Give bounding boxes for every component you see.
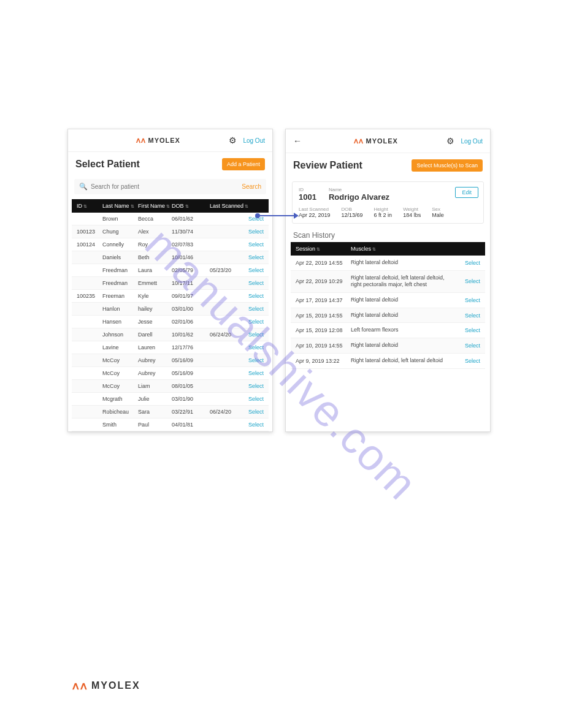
table-row: McgrathJulie03/01/90Select	[72, 393, 269, 406]
select-link[interactable]: Select	[248, 396, 264, 402]
select-link[interactable]: Select	[248, 357, 264, 363]
cell-dob: 02/07/83	[172, 241, 210, 248]
search-input[interactable]	[91, 183, 242, 190]
sort-icon: ⇅	[245, 204, 248, 209]
select-link[interactable]: Select	[248, 370, 264, 376]
cell-dob: 12/17/76	[172, 344, 210, 351]
select-link[interactable]: Select	[465, 358, 480, 364]
brand-glyph-icon: ᴧᴧ	[354, 137, 364, 145]
select-link[interactable]: Select	[248, 293, 264, 299]
cell-scanned: 05/23/20	[210, 267, 240, 273]
col-muscles[interactable]: Muscles⇅	[351, 246, 480, 252]
cell-last: Chung	[102, 229, 138, 235]
cell-first: Kyle	[138, 293, 172, 299]
cell-dob: 10/01/62	[172, 332, 210, 338]
select-link[interactable]: Select	[248, 229, 264, 235]
select-link[interactable]: Select	[248, 319, 264, 325]
table-row: JohnsonDarell10/01/6206/24/20Select	[72, 328, 269, 341]
cell-muscles: Right lateral deltoid	[351, 312, 457, 319]
page-title: Select Patient	[75, 159, 140, 170]
table-row: Apr 17, 2019 14:37Right lateral deltoidS…	[291, 293, 485, 308]
select-link[interactable]: Select	[248, 422, 264, 428]
patient-name: Rodrigo Alvarez	[329, 192, 389, 202]
select-muscles-button[interactable]: Select Muscle(s) to Scan	[412, 159, 483, 172]
weight-label: Weight	[403, 207, 421, 212]
cell-first: Emmett	[138, 280, 172, 286]
select-link[interactable]: Select	[248, 306, 264, 312]
patient-id: 1001	[299, 192, 316, 202]
cell-last: Lavine	[102, 344, 138, 351]
cell-dob: 02/05/79	[172, 267, 210, 273]
select-link[interactable]: Select	[248, 409, 264, 415]
cell-dob: 08/01/05	[172, 383, 210, 389]
select-link[interactable]: Select	[248, 267, 264, 273]
search-button[interactable]: Search	[242, 183, 261, 190]
logout-link[interactable]: Log Out	[243, 137, 265, 144]
cell-last: McCoy	[102, 383, 138, 389]
title-row: Select Patient Add a Patient	[68, 152, 272, 176]
select-link[interactable]: Select	[465, 327, 480, 333]
cell-first: Aubrey	[138, 370, 172, 376]
patient-info-card: Edit ID 1001 Name Rodrigo Alvarez Last S…	[292, 181, 484, 224]
col-session[interactable]: Session⇅	[296, 246, 351, 252]
cell-session: Apr 22, 2019 14:55	[296, 260, 351, 266]
cell-first: Sara	[138, 409, 172, 415]
cell-last: Smith	[102, 422, 138, 428]
add-patient-button[interactable]: Add a Patient	[222, 158, 265, 170]
select-link[interactable]: Select	[465, 313, 480, 319]
back-arrow-icon[interactable]: ←	[293, 136, 302, 146]
brand-glyph-icon: ᴧᴧ	[72, 679, 88, 692]
table-row: LavineLauren12/17/76Select	[72, 341, 269, 354]
cell-muscles: Right lateral deltoid	[351, 259, 457, 267]
cell-dob: 05/16/09	[172, 370, 210, 376]
gear-icon[interactable]: ⚙	[229, 135, 237, 145]
sort-icon: ⇅	[166, 204, 170, 209]
table-row: McCoyLiam08/01/05Select	[72, 380, 269, 393]
patients-table-header: ID⇅ Last Name⇅ First Name⇅ DOB⇅ Last Sca…	[72, 199, 269, 213]
patients-table-body: BrownBecca06/01/62Select100123ChungAlex1…	[72, 213, 269, 431]
cell-first: hailey	[138, 306, 172, 312]
table-row: 100123ChungAlex11/30/74Select	[72, 226, 269, 238]
select-link[interactable]: Select	[465, 260, 480, 266]
select-link[interactable]: Select	[465, 297, 480, 303]
edit-button[interactable]: Edit	[455, 187, 478, 198]
col-id[interactable]: ID⇅	[77, 203, 102, 209]
cell-first: Lauren	[138, 344, 172, 351]
col-scanned[interactable]: Last Scanned⇅	[210, 203, 264, 209]
select-link[interactable]: Select	[248, 241, 264, 248]
select-link[interactable]: Select	[465, 343, 480, 349]
brand-text: MYOLEX	[366, 137, 397, 145]
sort-icon: ⇅	[83, 204, 87, 209]
cell-muscles: Right lateral deltoid, left lateral delt…	[351, 357, 457, 365]
table-row: RobicheauSara03/22/9106/24/20Select	[72, 406, 269, 419]
select-link[interactable]: Select	[248, 332, 264, 338]
table-row: Apr 15, 2019 12:08Left forearm flexorsSe…	[291, 323, 485, 338]
table-row: FreedmanLaura02/05/7905/23/20Select	[72, 264, 269, 277]
table-row: BrownBecca06/01/62Select	[72, 213, 269, 226]
cell-dob: 06/01/62	[172, 216, 210, 222]
col-dob[interactable]: DOB⇅	[172, 203, 210, 209]
table-row: Apr 22, 2019 14:55Right lateral deltoidS…	[291, 256, 485, 271]
select-link[interactable]: Select	[248, 383, 264, 389]
sex-value: Male	[432, 212, 444, 218]
table-row: HansenJesse02/01/06Select	[72, 316, 269, 328]
gear-icon[interactable]: ⚙	[446, 136, 454, 146]
cell-first: Paul	[138, 422, 172, 428]
select-link[interactable]: Select	[248, 254, 264, 260]
last-scanned-label: Last Scanned	[299, 207, 331, 212]
select-link[interactable]: Select	[248, 280, 264, 286]
cell-dob: 02/01/06	[172, 319, 210, 325]
select-link[interactable]: Select	[248, 344, 264, 351]
col-last[interactable]: Last Name⇅	[102, 203, 138, 209]
select-link[interactable]: Select	[465, 278, 480, 284]
logout-link[interactable]: Log Out	[461, 138, 483, 145]
dob-label: DOB	[342, 207, 363, 212]
cell-last: Connelly	[102, 241, 138, 248]
cell-last: McCoy	[102, 357, 138, 363]
cell-last: Freedman	[102, 267, 138, 273]
cell-last: Robicheau	[102, 409, 138, 415]
col-first[interactable]: First Name⇅	[138, 203, 172, 209]
scan-history-title: Scan History	[286, 227, 490, 242]
cell-session: Apr 9, 2019 13:22	[296, 358, 351, 364]
weight-value: 184 lbs	[403, 212, 421, 218]
